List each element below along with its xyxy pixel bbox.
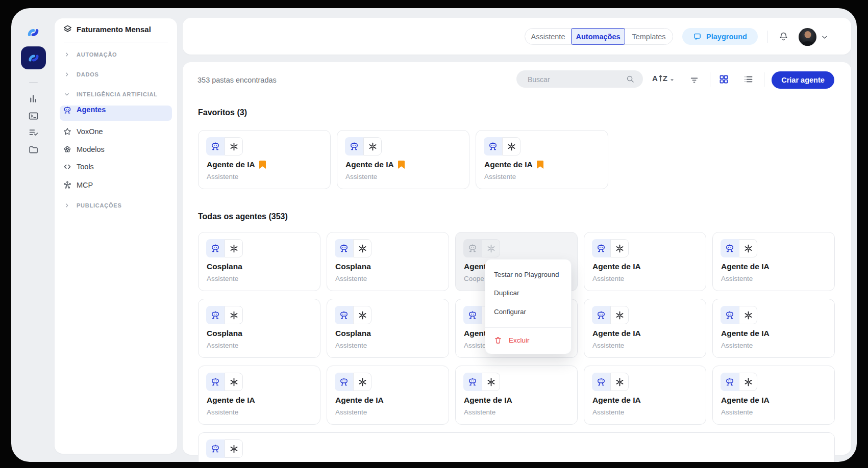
tab-automacoes[interactable]: Automações	[571, 28, 625, 45]
agent-card[interactable]: Cosplana Assistente	[198, 232, 320, 291]
agent-card[interactable]: Agente de IA Assistente	[584, 366, 706, 425]
group-label: PUBLICAÇÕES	[77, 202, 122, 209]
agent-card[interactable]: Agente de IA Assistente	[198, 366, 320, 425]
sidebar-item-label: MCP	[77, 181, 93, 189]
agent-card-icons	[206, 439, 243, 458]
user-avatar[interactable]	[799, 28, 816, 46]
sidebar-item-label: VoxOne	[77, 127, 103, 136]
tab-templates[interactable]: Templates	[625, 29, 673, 44]
tab-assistente[interactable]: Assistente	[525, 29, 571, 44]
agent-card[interactable]: Agente de IA Assistente	[455, 366, 578, 425]
app-window: Faturamento Mensal AUTOMAÇÃO DADOS INTEL…	[11, 8, 857, 462]
robot-icon	[592, 239, 610, 257]
robot-icon	[206, 439, 225, 458]
sidebar-group-automacao[interactable]: AUTOMAÇÃO	[55, 47, 177, 62]
bar-chart-icon[interactable]	[28, 93, 39, 104]
openai-icon	[225, 439, 243, 458]
sidebar-item-tools[interactable]: Tools	[55, 159, 177, 174]
agent-card-subtitle: Coope	[464, 275, 484, 282]
sidebar-item-modelos[interactable]: Modelos	[55, 142, 177, 157]
robot-icon	[721, 373, 739, 391]
sort-arrow-icon	[658, 74, 663, 82]
bookmark-icon	[259, 161, 266, 169]
agent-card-title: Agente de IA	[592, 396, 641, 405]
agent-card[interactable]: Agente de IA Assistente	[584, 232, 706, 291]
sort-alpha-button[interactable]: A Z	[652, 74, 667, 83]
sidebar-group-inteligencia-artificial[interactable]: INTELIGÊNCIA ARTIFICIAL	[55, 87, 177, 102]
sort-letter-a: A	[652, 74, 658, 83]
grid-view-icon[interactable]	[718, 74, 729, 85]
sidebar-group-publicacoes[interactable]: PUBLICAÇÕES	[55, 198, 177, 213]
agent-card-partial[interactable]	[198, 432, 835, 462]
search-input[interactable]	[527, 70, 621, 89]
agent-card-title: Agente de IA	[207, 396, 255, 405]
agent-card-icons	[721, 239, 757, 257]
sidebar-item-voxone[interactable]: VoxOne	[55, 124, 177, 139]
toolbar-divider	[764, 72, 764, 87]
agent-card[interactable]: Agente de IA Assistente	[337, 130, 469, 189]
openai-icon	[482, 239, 500, 257]
search-box[interactable]	[516, 70, 643, 88]
openai-icon	[482, 373, 500, 391]
agent-card-subtitle: Assistente	[592, 408, 624, 416]
agent-card-title: Agente de IA	[721, 262, 770, 271]
agent-card-icons	[463, 373, 500, 391]
workspace-tile[interactable]	[21, 46, 46, 69]
agent-card[interactable]: Cosplana Assistente	[327, 232, 449, 291]
bookmark-icon	[398, 161, 405, 169]
search-icon	[626, 74, 635, 84]
robot-icon	[335, 239, 353, 257]
sort-letter-z: Z	[663, 74, 667, 83]
agent-card[interactable]: Agente de IA Assistente	[712, 299, 835, 358]
agent-card[interactable]: Agente de IA Assistente	[198, 130, 331, 189]
list-view-icon[interactable]	[743, 74, 754, 85]
create-agent-button[interactable]: Criar agente	[772, 71, 834, 89]
robot-icon	[206, 137, 225, 155]
sidebar-item-mcp[interactable]: MCP	[55, 177, 177, 193]
menu-item-duplicar[interactable]: Duplicar	[485, 283, 571, 302]
robot-icon	[206, 306, 225, 324]
agent-card[interactable]: Cosplana Assistente	[198, 299, 320, 358]
folder-icon[interactable]	[28, 144, 39, 155]
openai-icon	[353, 373, 371, 391]
menu-item-configurar[interactable]: Configurar	[485, 302, 571, 321]
agent-card[interactable]: Agente de IA Assistente	[712, 366, 835, 425]
menu-item-excluir[interactable]: Excluir	[485, 331, 571, 349]
caret-down-icon[interactable]	[669, 77, 675, 83]
brand-swoosh-icon	[27, 51, 40, 65]
agent-card-subtitle: Assistente	[721, 408, 753, 416]
agent-card-icons	[335, 373, 371, 391]
star-icon	[63, 127, 72, 136]
playground-button[interactable]: Playground	[682, 28, 758, 45]
agent-card-subtitle: Assistente	[592, 342, 624, 349]
sidebar-group-dados[interactable]: DADOS	[55, 67, 177, 82]
menu-item-testar-no-playground[interactable]: Testar no Playground	[485, 265, 571, 283]
checklist-icon[interactable]	[28, 127, 39, 138]
terminal-icon[interactable]	[28, 111, 39, 121]
robot-icon	[335, 373, 353, 391]
layers-icon	[63, 24, 72, 34]
all-agents-section-title: Todas os agentes (353)	[198, 212, 288, 221]
openai-icon	[363, 137, 382, 155]
menu-divider	[485, 327, 571, 328]
agent-card-subtitle: Assistente	[207, 275, 238, 282]
agent-card[interactable]: Agente de IA Assistente	[327, 366, 449, 425]
sidebar-item-agentes[interactable]: Agentes	[55, 106, 177, 121]
notifications-bell-icon[interactable]	[778, 31, 789, 42]
openai-icon	[225, 306, 243, 324]
agent-card-subtitle: Assistente	[207, 342, 238, 349]
chevron-down-icon[interactable]	[821, 34, 828, 41]
workspace-header[interactable]: Faturamento Mensal	[63, 24, 151, 34]
agent-card[interactable]: Agente de IA Assistente	[476, 130, 608, 189]
robot-icon	[592, 373, 610, 391]
group-label: AUTOMAÇÃO	[77, 51, 117, 58]
filter-icon[interactable]	[689, 75, 699, 85]
robot-icon	[592, 306, 610, 324]
sidebar-item-label: Tools	[77, 163, 94, 171]
agent-card-subtitle: Assistente	[335, 408, 367, 416]
agent-card[interactable]: Cosplana Assistente	[327, 299, 449, 358]
agent-card[interactable]: Agente de IA Assistente	[712, 232, 835, 291]
openai-icon	[610, 373, 629, 391]
agent-card[interactable]: Agente de IA Assistente	[584, 299, 706, 358]
robot-icon	[345, 137, 363, 155]
